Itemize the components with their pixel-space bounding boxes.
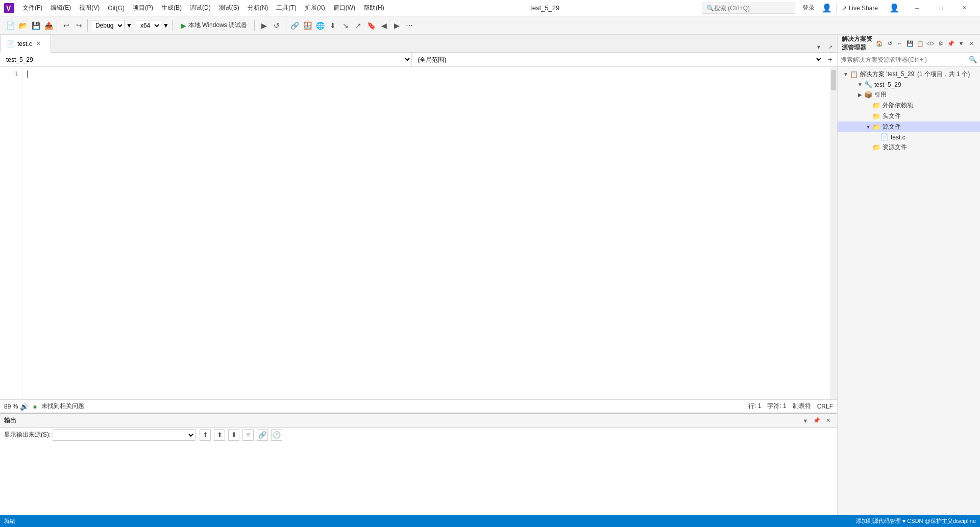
se-copy-btn[interactable]: 📋	[916, 39, 925, 48]
se-save-btn[interactable]: 💾	[905, 39, 915, 48]
step-over-btn[interactable]: ⬇	[327, 19, 339, 32]
menu-debug[interactable]: 调试(D)	[186, 2, 215, 14]
header-files-node[interactable]: ▶ 📁 头文件	[838, 111, 980, 122]
step-into-btn[interactable]: ↘	[339, 19, 352, 32]
menu-build[interactable]: 生成(B)	[157, 2, 186, 14]
output-controls: ▼ 📌 ✕	[800, 416, 833, 426]
resource-label: 资源文件	[883, 143, 907, 152]
add-file-button[interactable]: +	[823, 53, 837, 67]
bookmark-btn[interactable]: 🔖	[365, 19, 377, 32]
se-source-btn[interactable]: </>	[926, 39, 935, 48]
search-box[interactable]: 🔍	[702, 3, 795, 14]
account-icon[interactable]: 👤	[822, 3, 832, 13]
profile-icon[interactable]: 👤	[887, 3, 901, 13]
bs-source-control[interactable]: 添加到源代码管理 ♥ CSDN @保护主义discipline	[856, 517, 976, 525]
tab-expand-btn[interactable]: ↗	[825, 42, 835, 52]
search-input[interactable]	[714, 5, 791, 12]
bookmark-prev[interactable]: ◀	[378, 19, 390, 32]
se-properties-btn[interactable]: ⚙	[936, 39, 945, 48]
config-select[interactable]: Debug	[91, 20, 125, 31]
more-btn[interactable]: ⋯	[403, 19, 415, 32]
menu-project[interactable]: 项目(P)	[129, 2, 157, 14]
publish-btn[interactable]: 📤	[42, 19, 55, 32]
zoom-icon[interactable]: 🔊	[20, 402, 29, 411]
tab-close-button[interactable]: ✕	[35, 40, 42, 47]
se-refresh-btn[interactable]: ↺	[885, 39, 894, 48]
config-arrow: ▼	[125, 22, 133, 29]
external-deps-node[interactable]: ▶ 📁 外部依赖项	[838, 100, 980, 111]
vertical-scrollbar[interactable]	[830, 67, 837, 399]
se-header: 解决方案资源管理器 🏠 ↺ ← 💾 📋 </> ⚙ 📌 ▼ ✕	[838, 35, 980, 53]
bookmark-next[interactable]: ▶	[390, 19, 403, 32]
resource-files-node[interactable]: ▶ 📁 资源文件	[838, 142, 980, 153]
attach-btn[interactable]: 🔗	[288, 19, 301, 32]
browser-btn[interactable]: 🌐	[314, 19, 326, 32]
toolbar-debug-group: ▶ ↺	[256, 19, 285, 32]
save-all-btn[interactable]: 💾	[30, 19, 42, 32]
scrollbar-thumb[interactable]	[831, 70, 836, 90]
project-icon: 🔧	[864, 81, 872, 88]
references-node[interactable]: ▶ 📦 引用	[838, 89, 980, 100]
menu-tools[interactable]: 工具(T)	[272, 2, 300, 14]
project-node[interactable]: ▼ 🔧 test_5_29	[838, 80, 980, 89]
se-search-input[interactable]	[841, 56, 967, 63]
status-bar: 89 % 🔊 ● 未找到相关问题 行: 1 字符: 1 制表符 CRLF	[0, 399, 837, 413]
live-share-button[interactable]: ↗ Live Share	[836, 3, 883, 14]
output-clear-btn[interactable]: ⬆	[200, 429, 211, 441]
output-scroll-up-btn[interactable]: ⬆	[214, 429, 225, 441]
se-close-se-btn[interactable]: ✕	[967, 39, 976, 48]
file-path-select[interactable]: test_5_29	[0, 53, 412, 66]
se-search-icon[interactable]: 🔍	[969, 56, 977, 63]
tab-list-btn[interactable]: ▼	[814, 42, 824, 52]
zoom-level[interactable]: 89 % 🔊	[4, 402, 29, 411]
undo-btn[interactable]: ↩	[60, 19, 72, 32]
login-button[interactable]: 登录	[799, 3, 818, 13]
output-wrap-btn[interactable]: ≡	[242, 429, 254, 441]
test-c-node[interactable]: ▶ 📄 test.c	[838, 132, 980, 142]
se-arrow-btn[interactable]: ▼	[957, 39, 966, 48]
redo-btn[interactable]: ↪	[73, 19, 85, 32]
output-close-btn[interactable]: ✕	[823, 416, 833, 426]
menu-analyze[interactable]: 分析(N)	[243, 2, 273, 14]
new-project-btn[interactable]: 📄	[4, 19, 16, 32]
step-out-btn[interactable]: ↗	[352, 19, 364, 32]
platform-select[interactable]: x64	[136, 20, 161, 31]
testc-label: test.c	[891, 134, 905, 141]
window-btn[interactable]: 🪟	[301, 19, 313, 32]
restore-button[interactable]: □	[929, 0, 952, 16]
output-link-btn[interactable]: 🔗	[257, 429, 268, 441]
solution-root[interactable]: ▼ 📋 解决方案 'test_5_29' (1 个项目，共 1 个)	[838, 69, 980, 80]
menu-window[interactable]: 窗口(W)	[329, 2, 359, 14]
se-back-btn[interactable]: ←	[895, 39, 904, 48]
menu-view[interactable]: 视图(V)	[75, 2, 104, 14]
output-source-select[interactable]	[53, 429, 195, 441]
status-encoding: CRLF	[817, 403, 833, 410]
menu-help[interactable]: 帮助(H)	[359, 2, 388, 14]
run-button[interactable]: ▶ 本地 Windows 调试器	[176, 20, 252, 31]
menu-test[interactable]: 测试(S)	[215, 2, 243, 14]
references-label: 引用	[874, 90, 887, 99]
toolbar-run-group: ▶ 本地 Windows 调试器	[174, 20, 255, 31]
output-pin-btn[interactable]: 📌	[812, 416, 822, 426]
continue-btn[interactable]: ▶	[258, 19, 270, 32]
menu-extensions[interactable]: 扩展(X)	[301, 2, 329, 14]
minimize-button[interactable]: ─	[905, 0, 929, 16]
restart-btn[interactable]: ↺	[271, 19, 283, 32]
output-scroll-down-btn[interactable]: ⬇	[228, 429, 239, 441]
se-title: 解决方案资源管理器	[842, 35, 875, 52]
output-collapse-btn[interactable]: ▼	[800, 416, 811, 426]
menu-edit[interactable]: 编辑(E)	[46, 2, 75, 14]
tab-test-c[interactable]: 📄 test.c ✕	[0, 35, 51, 53]
toolbar-config-group: Debug ▼ x64 ▼	[89, 20, 173, 31]
scope-select[interactable]: (全局范围)	[412, 53, 823, 66]
se-home-btn[interactable]: 🏠	[875, 39, 884, 48]
code-editor[interactable]: 1	[0, 67, 837, 399]
close-button[interactable]: ✕	[952, 0, 976, 16]
source-files-node[interactable]: ▼ 📁 源文件	[838, 122, 980, 132]
output-clock-btn[interactable]: 🕐	[271, 429, 282, 441]
code-content[interactable]	[23, 67, 830, 399]
menu-file[interactable]: 文件(F)	[18, 2, 46, 14]
open-btn[interactable]: 📂	[17, 19, 29, 32]
menu-git[interactable]: Git(G)	[104, 3, 129, 14]
se-pin-btn[interactable]: 📌	[946, 39, 955, 48]
